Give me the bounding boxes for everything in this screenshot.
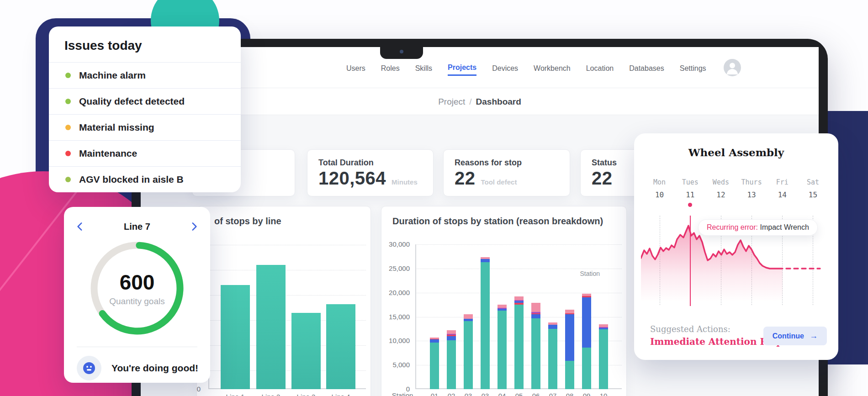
y-axis xyxy=(415,244,416,389)
issues-rows: Machine alarmQuality defect detectedMate… xyxy=(49,62,241,192)
wheel-days-row: Mon10Tues11Weds12Thurs13Fri14Sat15 xyxy=(644,178,828,199)
segment-teal xyxy=(565,361,574,389)
segment-teal xyxy=(599,329,608,389)
page: UsersRolesSkillsProjectsDevicesWorkbench… xyxy=(0,0,868,396)
stat-value: 120,564 xyxy=(318,168,386,189)
user-avatar[interactable] xyxy=(724,59,741,76)
bar-line-1 xyxy=(221,285,250,389)
issue-row[interactable]: AGV blocked in aisle B xyxy=(49,166,241,192)
issue-row[interactable]: Machine alarm xyxy=(49,62,241,88)
continue-label: Continue xyxy=(773,332,804,340)
nav-item-databases[interactable]: Databases xyxy=(629,60,664,75)
issue-row[interactable]: Material missing xyxy=(49,114,241,140)
emoji-bubble xyxy=(77,356,101,380)
gridline xyxy=(208,245,366,245)
day-name: Mon xyxy=(644,178,675,186)
continue-button[interactable]: Continue → xyxy=(763,327,827,345)
nav-item-users[interactable]: Users xyxy=(346,60,365,75)
nav-item-roles[interactable]: Roles xyxy=(381,60,400,75)
stat-card-total-duration: Total Duration 120,564 Minutes xyxy=(307,149,434,196)
day-column-sat[interactable]: Sat15 xyxy=(798,178,828,199)
bar-x-label: 05 xyxy=(510,392,528,396)
chart-card-stops-by-station: Duration of stops by station (reason bre… xyxy=(381,206,627,396)
camera-notch xyxy=(380,47,423,59)
encouragement-message: You're doing good! xyxy=(111,363,198,374)
breadcrumb: Project / Dashboard xyxy=(141,89,819,115)
day-column-thurs[interactable]: Thurs13 xyxy=(736,178,767,199)
stacked-bar-station-03 xyxy=(464,314,473,389)
day-date: 13 xyxy=(736,190,767,199)
issue-status-dot xyxy=(65,99,71,104)
segment-teal xyxy=(481,262,490,389)
day-column-fri[interactable]: Fri14 xyxy=(767,178,798,199)
x-axis-title: Station xyxy=(390,391,415,396)
chart-card-stops-by-line: of stops by line Line 1Line 2Line 3Line … xyxy=(196,206,371,396)
stacked-bar-station-05 xyxy=(514,296,524,389)
issue-status-dot xyxy=(65,125,71,130)
nav-item-workbench[interactable]: Workbench xyxy=(534,60,571,75)
stat-value: 22 xyxy=(455,168,476,189)
issue-status-dot xyxy=(65,73,71,78)
nav-item-location[interactable]: Location xyxy=(586,60,614,75)
breadcrumb-section[interactable]: Project xyxy=(438,97,465,107)
bar-x-label: Line 3 xyxy=(288,393,324,396)
stat-card-reasons-for-stop: Reasons for stop 22 Tool defect xyxy=(443,149,570,196)
nav-item-projects[interactable]: Projects xyxy=(448,59,476,76)
day-name: Tues xyxy=(675,178,705,186)
arrow-right-icon: → xyxy=(810,331,818,341)
segment-pink xyxy=(565,310,574,313)
chevron-right-icon[interactable] xyxy=(188,221,200,232)
bar-line-4 xyxy=(326,304,355,389)
y-tick-label: 20,000 xyxy=(378,289,410,296)
day-column-mon[interactable]: Mon10 xyxy=(644,178,675,199)
segment-teal xyxy=(447,340,456,389)
day-name: Thurs xyxy=(736,178,767,186)
bar-x-label: 08 xyxy=(561,392,578,396)
segment-teal xyxy=(430,343,439,389)
y-tick-label: 30,000 xyxy=(378,240,410,248)
smiley-icon xyxy=(83,362,95,375)
issues-card-title: Issues today xyxy=(64,38,142,53)
segment-blue xyxy=(531,314,540,318)
gridline xyxy=(415,244,622,245)
day-date: 10 xyxy=(644,190,675,199)
day-column-weds[interactable]: Weds12 xyxy=(705,178,736,199)
stat-label: Status xyxy=(592,158,617,168)
bar-x-label: 03 xyxy=(460,392,477,396)
chart-title: Duration of stops by station (reason bre… xyxy=(392,216,603,227)
wheel-assembly-card: Wheel Assembly Mon10Tues11Weds12Thurs13F… xyxy=(634,133,838,360)
tooltip-highlight: Recurring error: xyxy=(707,223,758,231)
quantity-value: 600 xyxy=(120,270,155,295)
y-tick-label: 10,000 xyxy=(378,337,410,344)
gridline xyxy=(208,270,366,270)
segment-teal xyxy=(514,305,524,389)
bar-x-label: Line 2 xyxy=(253,393,289,396)
y-axis-zero-label: 0 xyxy=(169,385,201,393)
day-column-tues[interactable]: Tues11 xyxy=(675,178,705,199)
nav-item-settings[interactable]: Settings xyxy=(680,60,706,75)
issue-row[interactable]: Maintenance xyxy=(49,140,241,166)
user-icon xyxy=(724,59,741,76)
nav-item-skills[interactable]: Skills xyxy=(415,60,432,75)
stat-label: Total Duration xyxy=(318,158,374,168)
segment-teal xyxy=(531,318,540,389)
issue-status-dot xyxy=(65,177,71,182)
camera-dot xyxy=(400,50,403,53)
stat-label: Reasons for stop xyxy=(455,158,522,168)
issue-label: Machine alarm xyxy=(79,70,146,81)
gridline xyxy=(415,269,622,269)
top-nav-bar: UsersRolesSkillsProjectsDevicesWorkbench… xyxy=(141,47,819,88)
wheel-card-title: Wheel Assembly xyxy=(634,146,838,158)
segment-pink xyxy=(531,303,540,312)
stacked-bar-station-07 xyxy=(548,322,557,389)
bar-x-label: 09 xyxy=(578,392,595,396)
quantity-caption: Quantity goals xyxy=(109,296,164,306)
day-date: 12 xyxy=(705,190,736,199)
y-tick-label: 25,000 xyxy=(378,264,410,272)
line-card: Line 7 600 Quantity goals xyxy=(64,207,210,383)
divider xyxy=(77,347,197,347)
issue-row[interactable]: Quality defect detected xyxy=(49,88,241,114)
stat-unit: Minutes xyxy=(392,178,418,186)
y-tick-label: 15,000 xyxy=(378,313,410,321)
nav-item-devices[interactable]: Devices xyxy=(492,60,518,75)
